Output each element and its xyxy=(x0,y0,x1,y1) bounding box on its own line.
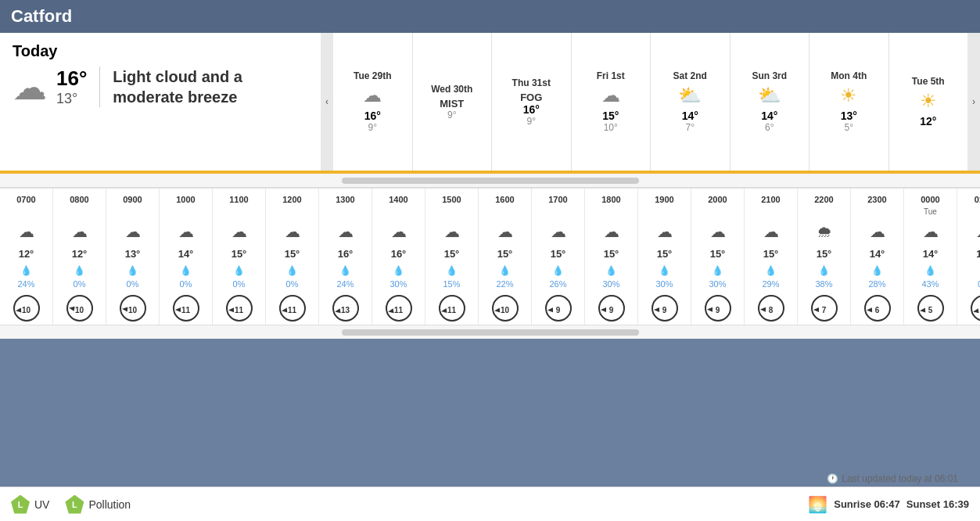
hour-time-label: 2100 xyxy=(761,192,780,207)
forecast-condition-label: MIST xyxy=(440,98,464,110)
hour-weather-icon: ☁ xyxy=(923,218,939,245)
hour-weather-icon: 🌧 xyxy=(817,218,832,245)
hour-col: 2100 ☁ 15° 💧 29% 8 xyxy=(745,189,798,325)
forecast-weather-icon: ☀ xyxy=(920,90,937,112)
hour-weather-icon: ☁ xyxy=(391,218,407,245)
hour-weather-icon: ☁ xyxy=(125,218,141,245)
hour-time-label: 0800 xyxy=(70,192,88,207)
forecast-date: Tue 29th xyxy=(354,70,391,81)
hour-wind: 11 xyxy=(226,295,253,322)
hour-col: 2200 🌧 15° 💧 38% 7 xyxy=(798,189,851,325)
hour-temp: 15° xyxy=(710,245,726,262)
forecast-weather-icon: ☀ xyxy=(840,84,857,106)
today-description: Light cloud and a moderate breeze xyxy=(113,66,308,107)
forecast-date: Wed 30th xyxy=(431,84,472,95)
forecast-low-temp: 9° xyxy=(447,110,456,120)
hour-temp: 15° xyxy=(285,245,300,262)
last-updated: 🕐 Last updated today at 06:01 xyxy=(827,473,958,484)
forecast-low-temp: 9° xyxy=(527,116,536,127)
hour-wind: 11 xyxy=(279,295,306,322)
hour-col: 1500 ☁ 15° 💧 15% 11 xyxy=(425,189,479,325)
hour-precip-icon: 💧 xyxy=(712,262,723,279)
forecast-day[interactable]: Mon 4th ☀ 13° 5° xyxy=(809,33,889,171)
forecast-low-temp: 9° xyxy=(368,122,377,133)
pollution-label: Pollution xyxy=(88,498,131,511)
forecast-day[interactable]: Sat 2nd ⛅ 14° 7° xyxy=(651,33,731,171)
hour-precip-pct: 30% xyxy=(602,279,619,293)
scroll-bar-bottom[interactable] xyxy=(0,325,980,339)
hour-precip-pct: 24% xyxy=(17,279,34,293)
hour-precip-pct: 0% xyxy=(74,279,86,293)
hour-col: 1800 ☁ 15° 💧 30% 9 xyxy=(585,189,638,325)
hour-precip-pct: 43% xyxy=(921,279,939,293)
forecast-date: Sat 2nd xyxy=(673,70,707,81)
forecast-date: Mon 4th xyxy=(831,70,867,81)
hour-col: 1100 ☁ 15° 💧 0% 11 xyxy=(213,189,266,325)
hour-temp: 15° xyxy=(232,245,247,262)
hour-precip-icon: 💧 xyxy=(233,262,245,279)
hour-weather-icon: ☁ xyxy=(604,218,619,245)
hour-time-label: 1200 xyxy=(282,192,301,207)
hour-wind: 6 xyxy=(864,295,891,322)
forecast-day[interactable]: Wed 30th MIST 9° xyxy=(413,33,493,171)
hour-precip-icon: 💧 xyxy=(499,262,511,279)
hour-temp: 14° xyxy=(870,245,885,262)
forecast-next-button[interactable]: › xyxy=(967,33,980,171)
hour-time-label: 2200 xyxy=(814,192,833,207)
forecast-high-temp: 13° xyxy=(841,110,857,122)
hour-col: 1400 ☁ 16° 💧 30% 11 xyxy=(372,189,425,325)
forecast-day[interactable]: Fri 1st ☁ 15° 10° xyxy=(572,33,652,171)
hour-precip-pct: 30% xyxy=(655,279,673,293)
hour-weather-icon: ☁ xyxy=(976,218,980,245)
hour-weather-icon: ☁ xyxy=(763,218,779,245)
hour-time-label: 0700 xyxy=(16,192,35,207)
hour-wind: 9 xyxy=(652,295,678,322)
hour-precip-icon: 💧 xyxy=(180,262,192,279)
today-weather-icon: ☁ xyxy=(13,67,47,107)
hour-wind: 10 xyxy=(120,295,146,322)
hour-precip-pct: 15% xyxy=(443,279,460,293)
hour-sub-label: Tue xyxy=(924,207,937,218)
hour-col: 1000 ☁ 14° 💧 0% 11 xyxy=(160,189,213,325)
hour-weather-icon: ☁ xyxy=(497,218,513,245)
hour-time-label: 1700 xyxy=(548,192,567,207)
hour-col: 0000 Tue ☁ 14° 💧 43% 5 xyxy=(904,189,957,325)
forecast-date: Thu 31st xyxy=(512,77,551,88)
forecast-prev-button[interactable]: ‹ xyxy=(321,33,333,171)
hour-col: 0100 ☁ 14° 💧 0% 6 xyxy=(957,189,980,325)
hour-temp: 15° xyxy=(657,245,673,262)
hour-time-label: 1100 xyxy=(229,192,248,207)
hour-col: 2000 ☁ 15° 💧 30% 9 xyxy=(691,189,745,325)
forecast-day[interactable]: Thu 31st FOG 16° 9° xyxy=(492,33,572,171)
sunrise-icon: 🌅 xyxy=(808,495,827,514)
hour-col: 1600 ☁ 15° 💧 22% 10 xyxy=(479,189,532,325)
hour-precip-pct: 0% xyxy=(127,279,139,293)
sunrise-label: Sunrise 06:47 xyxy=(834,498,900,510)
forecast-day[interactable]: Tue 29th ☁ 16° 9° xyxy=(333,33,413,171)
forecast-days: Tue 29th ☁ 16° 9° Wed 30th MIST 9° Thu 3… xyxy=(333,33,967,171)
hour-precip-pct: 30% xyxy=(709,279,726,293)
forecast-high-temp: 14° xyxy=(682,110,698,122)
hour-wind: 7 xyxy=(811,295,838,322)
forecast-high-temp: 12° xyxy=(920,115,936,128)
today-body: ☁ 16° 13° Light cloud and a moderate bre… xyxy=(13,66,308,107)
hour-wind: 10 xyxy=(66,295,93,322)
hour-precip-pct: 38% xyxy=(815,279,832,293)
hour-precip-pct: 0% xyxy=(286,279,299,293)
hour-wind: 8 xyxy=(758,295,784,322)
hour-col: 0900 ☁ 13° 💧 0% 10 xyxy=(106,189,160,325)
hour-temp: 15° xyxy=(604,245,619,262)
hour-temp: 16° xyxy=(338,245,354,262)
hour-temp: 15° xyxy=(817,245,832,262)
hour-time-label: 1600 xyxy=(495,192,514,207)
hour-col: 1900 ☁ 15° 💧 30% 9 xyxy=(638,189,691,325)
hour-weather-icon: ☁ xyxy=(19,218,34,245)
forecast-day[interactable]: Sun 3rd ⛅ 14° 6° xyxy=(731,33,810,171)
scroll-bar-top[interactable] xyxy=(0,174,980,188)
today-low-temp: 13° xyxy=(56,91,77,107)
hour-time-label: 2000 xyxy=(708,192,727,207)
hour-wind: 9 xyxy=(598,295,625,322)
forecast-date: Sun 3rd xyxy=(752,70,787,81)
forecast-day[interactable]: Tue 5th ☀ 12° xyxy=(889,33,968,171)
hour-time-label: 0900 xyxy=(123,192,142,207)
